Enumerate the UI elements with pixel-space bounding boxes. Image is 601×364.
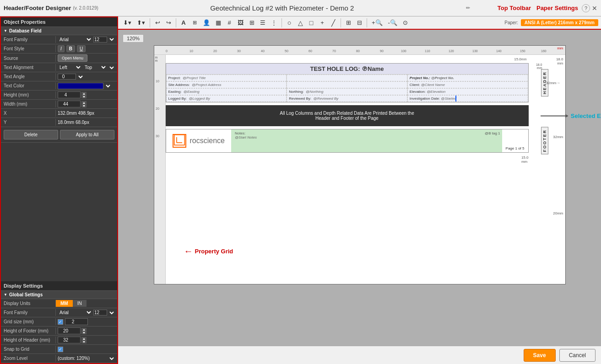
text-color-swatch[interactable]	[58, 83, 103, 89]
font-size-input[interactable]	[93, 37, 107, 43]
header-cell-4-3: Investigation Date: @Started	[407, 95, 528, 102]
header-height-up[interactable]: ▲	[81, 337, 87, 340]
svg-text:140: 140	[496, 49, 502, 53]
close-button[interactable]: ✕	[592, 5, 597, 12]
download-button[interactable]: ⬇▾	[121, 18, 134, 27]
delete-button[interactable]: Delete	[4, 130, 58, 139]
text-angle-input[interactable]	[58, 74, 76, 80]
global-font-size-input[interactable]	[93, 310, 107, 316]
db-field-button[interactable]: ⊞	[190, 18, 200, 27]
font-family-select[interactable]: Arial	[58, 37, 92, 43]
svg-text:100: 100	[401, 49, 406, 53]
ruler-marks-container: mm 0 10 20 30 40 50 60 70 80 90	[166, 45, 565, 55]
fit-button[interactable]: ⊙	[401, 18, 411, 27]
underline-button[interactable]: U	[77, 45, 86, 52]
user-field-button[interactable]: 👤	[200, 18, 212, 27]
grid-button[interactable]: ⊞	[247, 18, 257, 27]
svg-text:40: 40	[261, 49, 265, 53]
global-font-size-dropdown[interactable]: ▼	[108, 310, 115, 316]
apply-to-all-button[interactable]: Apply to All	[60, 130, 114, 139]
database-field-header[interactable]: Database Field	[1, 27, 117, 35]
snap-to-grid-checkbox[interactable]: ✓	[58, 347, 63, 352]
footer-height-input[interactable]	[58, 327, 81, 334]
doc-edit-icon[interactable]: ✏	[466, 5, 470, 11]
source-open-menu-button[interactable]: Open Menu	[58, 54, 87, 62]
height-row: Height (mm) ▲ ▼	[1, 91, 117, 100]
save-button[interactable]: Save	[524, 349, 556, 362]
x-coord-row: X 132.0mm 498.9px	[1, 109, 117, 118]
svg-text:110: 110	[425, 49, 430, 53]
footer-content: rocscience Notes: @Start Notes @B tag 1	[166, 129, 528, 152]
zoom-level-value: (custom: 120%)	[58, 356, 107, 361]
svg-text:60: 60	[309, 49, 312, 53]
list-button[interactable]: ☰	[258, 18, 268, 27]
zoom-in-button[interactable]: +🔍	[369, 18, 385, 27]
svg-text:130: 130	[472, 49, 478, 53]
header-section[interactable]: TEST HOLE LOG: ℗Name Project: @Project T…	[166, 63, 529, 102]
header-cell-2-2	[287, 81, 407, 88]
column-button[interactable]: ⊟	[354, 18, 364, 27]
unit-mm-button[interactable]: MM	[56, 300, 73, 307]
source-row: Source Open Menu	[1, 54, 117, 63]
sep5	[367, 18, 367, 27]
text-angle-dropdown[interactable]: ▼	[77, 74, 84, 80]
header-height-input[interactable]	[58, 337, 81, 343]
app-version: (v. 2.0.0129)	[73, 5, 98, 11]
property-grid-annotation: ← Property Grid	[184, 246, 233, 257]
triangle-tool-button[interactable]: △	[295, 18, 305, 28]
canvas-area: 120% mm 0 10 20 30 40	[118, 30, 601, 346]
global-font-family-select[interactable]: Arial	[58, 310, 92, 316]
logo-icon	[173, 134, 186, 148]
cross-tool-button[interactable]: +	[317, 18, 327, 27]
grid-view-button[interactable]: ⊞	[343, 18, 353, 27]
header-cell-3-3: Elevation: @Elevation	[407, 88, 528, 95]
header-cell-3-1: Easting: @Easting	[166, 88, 287, 95]
text-alignment-label: Text Alignment	[1, 64, 56, 71]
cancel-button[interactable]: Cancel	[559, 349, 596, 362]
global-settings-header[interactable]: Global Settings	[1, 291, 117, 299]
footer-notes-label: Notes:	[235, 131, 479, 135]
width-up-arrow[interactable]: ▲	[81, 101, 87, 104]
more-button[interactable]: ⋮	[269, 18, 279, 27]
selected-element-label: Selected Element	[571, 112, 601, 119]
text-tool-button[interactable]: A	[179, 18, 189, 27]
upload-button[interactable]: ⬆▾	[135, 18, 147, 27]
undo-button[interactable]: ↩	[152, 18, 162, 27]
text-align-v-select[interactable]: TopMiddleBottom	[83, 64, 107, 70]
text-color-row: Text Color ▼	[1, 81, 117, 91]
italic-button[interactable]: I	[58, 45, 65, 52]
unit-in-button[interactable]: IN	[73, 300, 87, 307]
font-size-select[interactable]: ▼	[108, 37, 115, 43]
grid-size-input[interactable]	[65, 318, 88, 325]
line-tool-button[interactable]: ╱	[328, 18, 338, 28]
rectangle-tool-button[interactable]: □	[306, 18, 316, 28]
height-up-arrow[interactable]: ▲	[81, 92, 87, 95]
height-down-arrow[interactable]: ▼	[81, 95, 87, 98]
image-button[interactable]: 🖼	[235, 18, 246, 27]
zoom-out-button[interactable]: -🔍	[386, 18, 400, 27]
circle-tool-button[interactable]: ○	[284, 17, 294, 28]
help-button[interactable]: ?	[582, 4, 590, 12]
height-input[interactable]	[58, 91, 81, 98]
height-label: Height (mm)	[1, 91, 56, 98]
grid-size-checkbox[interactable]: ✓	[58, 319, 63, 325]
footer-height-down[interactable]: ▼	[81, 331, 87, 334]
table-button[interactable]: ▦	[213, 18, 223, 27]
text-color-dropdown[interactable]: ▼	[104, 83, 112, 89]
header-cell-3-2: Northing: @Northing	[287, 88, 407, 95]
header-height-down[interactable]: ▼	[81, 340, 87, 343]
selected-element-indicator	[455, 96, 456, 102]
footer-height-up[interactable]: ▲	[81, 328, 87, 331]
redo-button[interactable]: ↪	[163, 18, 173, 27]
zoom-level-dropdown[interactable]: ▼	[108, 356, 115, 361]
text-align-arrow[interactable]: ▼	[108, 65, 115, 70]
width-row: Width (mm) ▲ ▼	[1, 100, 117, 109]
svg-text:20: 20	[156, 107, 159, 110]
width-input[interactable]	[58, 101, 81, 107]
header-cell-4-2: Reviewed By: @Reviewed By	[287, 95, 407, 102]
text-align-h-select[interactable]: LeftCenterRight	[58, 64, 82, 70]
bold-button[interactable]: B	[66, 45, 75, 52]
footer-notes-area: Notes: @Start Notes	[231, 129, 483, 152]
width-down-arrow[interactable]: ▼	[81, 104, 87, 107]
number-button[interactable]: #	[224, 18, 234, 27]
